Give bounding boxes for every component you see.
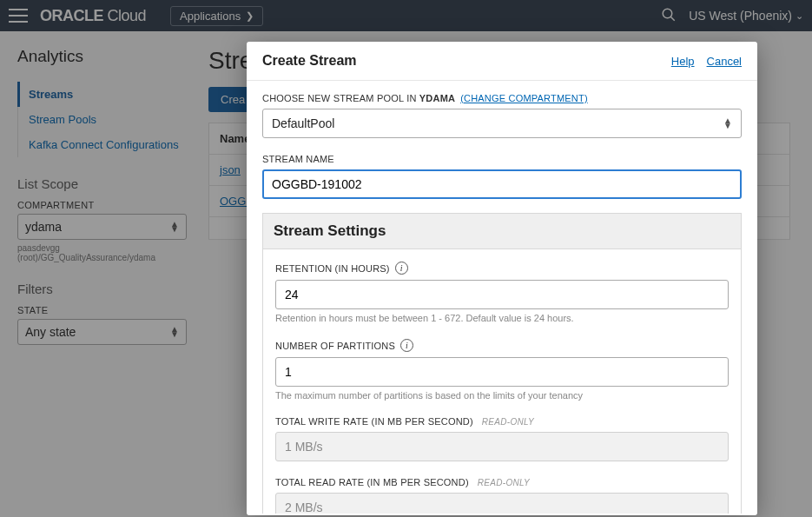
- stream-pool-label: CHOOSE NEW STREAM POOL IN YDAMA (CHANGE …: [262, 93, 742, 103]
- retention-hint: Retention in hours must be between 1 - 6…: [275, 313, 729, 323]
- info-icon[interactable]: i: [395, 262, 408, 275]
- read-rate-label: TOTAL READ RATE (IN MB PER SECOND) READ-…: [275, 477, 729, 487]
- write-rate-value: 1 MB/s: [275, 432, 729, 461]
- write-rate-label: TOTAL WRITE RATE (IN MB PER SECOND) READ…: [275, 416, 729, 427]
- retention-input[interactable]: [275, 280, 729, 309]
- cancel-link[interactable]: Cancel: [707, 55, 742, 68]
- stream-pool-select[interactable]: DefaultPool ▲▼: [262, 109, 742, 138]
- create-stream-modal: Create Stream Help Cancel CHOOSE NEW STR…: [247, 42, 757, 515]
- partitions-hint: The maximum number of partitions is base…: [275, 390, 729, 401]
- partitions-input[interactable]: [275, 357, 729, 387]
- info-icon[interactable]: i: [400, 339, 413, 352]
- updown-icon: ▲▼: [723, 118, 732, 129]
- read-rate-value: 2 MB/s: [275, 493, 729, 514]
- stream-settings-heading: Stream Settings: [263, 214, 741, 249]
- stream-name-input[interactable]: [262, 169, 742, 199]
- modal-title: Create Stream: [262, 53, 659, 69]
- partitions-label: NUMBER OF PARTITIONS i: [275, 339, 729, 352]
- retention-label: RETENTION (IN HOURS) i: [275, 262, 729, 275]
- change-compartment-link[interactable]: (CHANGE COMPARTMENT): [460, 93, 588, 103]
- help-link[interactable]: Help: [671, 55, 695, 68]
- stream-name-label: STREAM NAME: [262, 154, 742, 164]
